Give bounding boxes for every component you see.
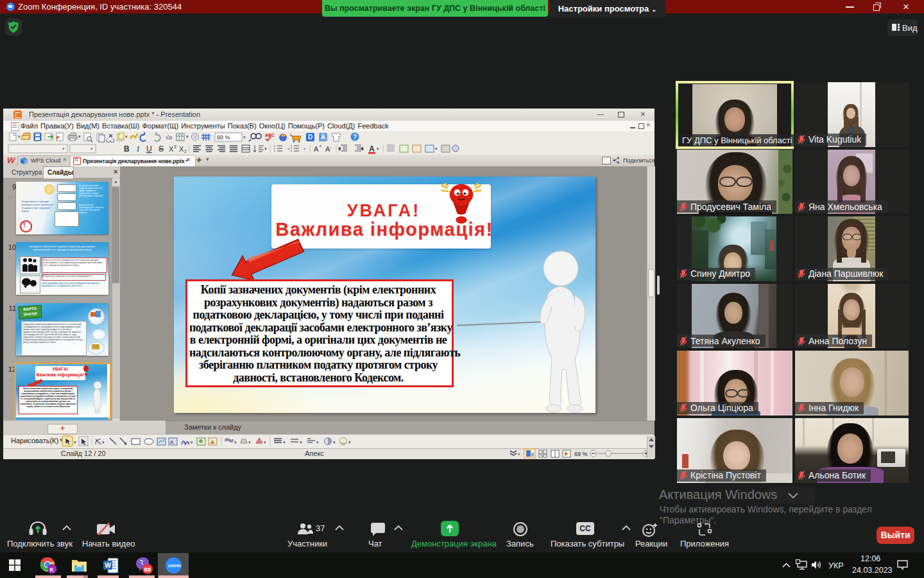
svg-text:B: B (124, 144, 130, 153)
svg-text:▾: ▾ (18, 134, 21, 139)
svg-text:2: 2 (174, 144, 176, 149)
svg-text:▾: ▾ (348, 440, 351, 444)
svg-text:▾: ▾ (283, 440, 286, 444)
svg-text:A: A (321, 134, 325, 141)
svg-text:69 %: 69 % (574, 451, 588, 457)
svg-text:X: X (179, 145, 184, 153)
svg-text:▾: ▾ (377, 146, 379, 151)
svg-text:▾: ▾ (304, 146, 306, 151)
svg-text:2: 2 (184, 149, 187, 153)
svg-text:▾: ▾ (191, 440, 193, 444)
svg-text:▾: ▾ (234, 440, 237, 444)
svg-text:▾: ▾ (78, 134, 81, 139)
svg-text:▾: ▾ (435, 146, 438, 151)
svg-text:A: A (314, 145, 319, 153)
svg-text:▾: ▾ (125, 134, 128, 139)
svg-text:▾: ▾ (102, 440, 105, 444)
svg-text:▾: ▾ (518, 452, 520, 456)
svg-text:▾: ▾ (287, 146, 290, 151)
svg-text:88: 88 (144, 566, 151, 573)
svg-text:▾: ▾ (300, 440, 302, 444)
svg-text:▾: ▾ (264, 440, 266, 444)
svg-text:▾: ▾ (62, 146, 65, 151)
svg-text:P: P (56, 136, 60, 140)
svg-text:U: U (146, 144, 152, 153)
svg-text:▾: ▾ (90, 146, 93, 151)
svg-text:▾: ▾ (333, 440, 336, 444)
svg-text:+: + (319, 143, 322, 149)
svg-text:I: I (136, 144, 140, 153)
svg-text:X: X (169, 145, 174, 153)
svg-text:▾: ▾ (316, 440, 319, 444)
svg-text:W: W (105, 562, 112, 569)
svg-text:60 %: 60 % (217, 134, 230, 141)
svg-text:?: ? (353, 134, 357, 141)
svg-text:▾: ▾ (248, 440, 251, 444)
svg-text:K: K (50, 566, 55, 573)
svg-text:√a: √a (166, 134, 172, 141)
svg-text:A: A (369, 144, 375, 153)
svg-text:▾: ▾ (243, 135, 246, 139)
svg-text:▾: ▾ (186, 134, 189, 139)
svg-text:D: D (308, 134, 312, 141)
svg-text:A: A (170, 439, 174, 445)
svg-text:S: S (158, 144, 164, 153)
svg-text:ABC: ABC (265, 133, 275, 137)
svg-text:-: - (330, 144, 332, 150)
svg-text:▾: ▾ (74, 440, 76, 444)
svg-text:A: A (325, 145, 330, 153)
svg-text:▾: ▾ (264, 146, 267, 151)
